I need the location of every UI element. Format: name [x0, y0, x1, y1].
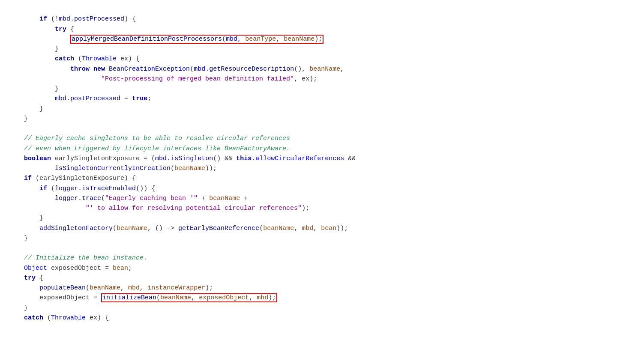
code-viewer: if (!mbd.postProcessed) { try { applyMer… [9, 4, 617, 323]
line-30: } [9, 304, 28, 312]
line-26: Object exposedObject = bean; [9, 265, 132, 272]
line-29: exposedObject = initializeBean(beanName,… [9, 293, 277, 302]
line-22: addSingletonFactory(beanName, () -> getE… [9, 225, 348, 232]
line-31: catch (Throwable ex) { [9, 314, 109, 322]
line-19: logger.trace("Eagerly caching bean '" + … [9, 195, 248, 202]
line-6: throw new BeanCreationException(mbd.getR… [9, 66, 344, 73]
line-15: boolean earlySingletonExposure = (mbd.is… [9, 155, 356, 162]
line-16: isSingletonCurrentlyInCreation(beanName)… [9, 165, 217, 172]
line-13: // Eagerly cache singletons to be able t… [9, 135, 290, 142]
line-21: } [9, 215, 43, 222]
line-4: } [9, 45, 59, 53]
line-18: if (logger.isTraceEnabled()) { [9, 185, 155, 192]
line-28: populateBean(beanName, mbd, instanceWrap… [9, 284, 213, 292]
line-2: try { [9, 26, 74, 33]
line-27: try { [9, 274, 43, 282]
line-9: mbd.postProcessed = true; [9, 95, 151, 102]
line-3: applyMergedBeanDefinitionPostProcessors(… [9, 35, 323, 44]
line-5: catch (Throwable ex) { [9, 55, 140, 63]
line-14: // even when triggered by lifecycle inte… [9, 145, 290, 152]
line-17: if (earlySingletonExposure) { [9, 175, 136, 182]
line-7: "Post-processing of merged bean definiti… [9, 75, 317, 83]
line-11: } [9, 115, 28, 122]
line-20: "' to allow for resolving potential circ… [9, 205, 309, 212]
line-10: } [9, 105, 43, 113]
line-8: } [9, 85, 59, 92]
line-1: if (!mbd.postProcessed) { [9, 15, 136, 23]
line-23: } [9, 235, 28, 242]
line-25: // Initialize the bean instance. [9, 254, 147, 262]
